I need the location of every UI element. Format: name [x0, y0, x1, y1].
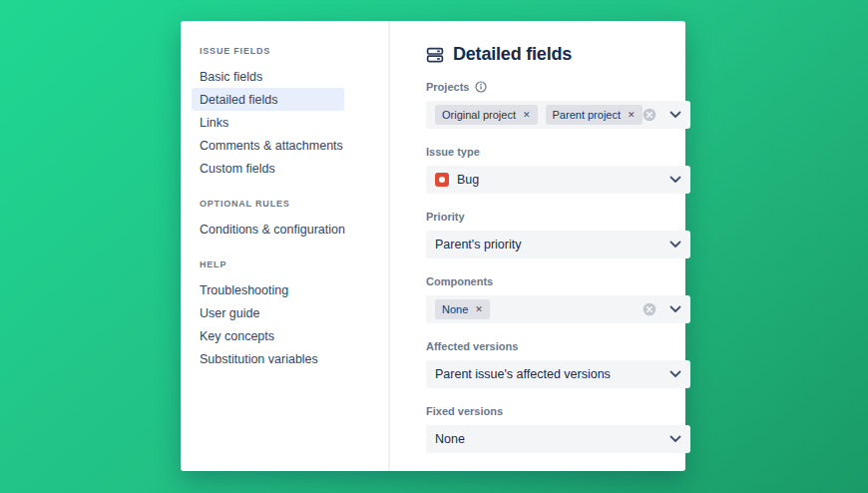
info-icon[interactable] — [475, 81, 487, 93]
field-fixed-versions: Fixed versions None — [426, 405, 690, 453]
field-label-projects: Projects — [426, 81, 690, 93]
select-value-text: None — [435, 432, 465, 446]
issue-type-select[interactable]: Bug — [426, 166, 690, 194]
sidebar-section-header: OPTIONAL RULES — [192, 199, 388, 209]
projects-select[interactable]: Original project ✕ Parent project ✕ — [426, 101, 690, 129]
remove-tag-icon[interactable]: ✕ — [628, 111, 636, 120]
clear-icon[interactable] — [643, 302, 656, 316]
tag-label: Original project — [442, 109, 516, 121]
chevron-down-icon[interactable] — [669, 111, 681, 119]
sidebar-item-custom-fields[interactable]: Custom fields — [192, 157, 344, 180]
field-label-issue-type: Issue type — [426, 146, 690, 158]
select-indicators — [643, 302, 681, 316]
chevron-down-icon[interactable] — [669, 305, 681, 313]
sidebar-item-comments-attachments[interactable]: Comments & attachments — [192, 134, 344, 157]
sidebar-section-issue-fields: ISSUE FIELDS Basic fields Detailed field… — [192, 46, 388, 180]
field-label-affected-versions: Affected versions — [426, 340, 690, 352]
chevron-down-icon[interactable] — [669, 176, 681, 184]
field-label-text: Priority — [426, 211, 465, 223]
field-label-fixed-versions: Fixed versions — [426, 405, 690, 417]
detailed-fields-icon — [426, 46, 444, 64]
field-label-text: Issue type — [426, 146, 480, 158]
select-indicators — [669, 176, 681, 184]
sidebar-item-key-concepts[interactable]: Key concepts — [192, 324, 344, 347]
projects-tags: Original project ✕ Parent project ✕ — [435, 105, 643, 125]
select-indicators — [669, 241, 681, 248]
tag-parent-project: Parent project ✕ — [546, 105, 643, 125]
sidebar-item-detailed-fields[interactable]: Detailed fields — [192, 88, 344, 111]
affected-versions-select[interactable]: Parent issue's affected versions — [426, 360, 690, 388]
sidebar-section-header: ISSUE FIELDS — [192, 46, 388, 56]
fixed-versions-value: None — [435, 432, 669, 446]
field-label-priority: Priority — [426, 211, 690, 223]
sidebar-item-basic-fields[interactable]: Basic fields — [192, 65, 344, 88]
tag-none: None ✕ — [435, 299, 490, 319]
priority-value: Parent's priority — [435, 238, 669, 251]
select-indicators — [669, 370, 681, 378]
sidebar-section-optional-rules: OPTIONAL RULES Conditions & configuratio… — [192, 199, 388, 241]
affected-versions-value: Parent issue's affected versions — [435, 367, 669, 381]
clear-icon[interactable] — [643, 108, 656, 122]
field-priority: Priority Parent's priority — [426, 211, 690, 258]
field-label-components: Components — [426, 275, 690, 287]
select-indicators — [669, 435, 681, 443]
tag-original-project: Original project ✕ — [435, 105, 538, 125]
main-panel: Detailed fields Projects Original projec… — [390, 21, 713, 471]
field-label-text: Affected versions — [426, 340, 518, 352]
components-tags: None ✕ — [435, 299, 643, 319]
chevron-down-icon[interactable] — [669, 435, 681, 443]
chevron-down-icon[interactable] — [669, 370, 681, 378]
sidebar-item-links[interactable]: Links — [192, 111, 344, 134]
remove-tag-icon[interactable]: ✕ — [523, 111, 531, 120]
sidebar-item-conditions-configuration[interactable]: Conditions & configuration — [192, 218, 344, 241]
issue-type-value: Bug — [435, 173, 669, 187]
sidebar-section-header: HELP — [192, 259, 388, 269]
field-affected-versions: Affected versions Parent issue's affecte… — [426, 340, 690, 388]
sidebar-section-help: HELP Troubleshooting User guide Key conc… — [192, 259, 388, 370]
settings-card: ISSUE FIELDS Basic fields Detailed field… — [181, 21, 685, 471]
components-select[interactable]: None ✕ — [426, 295, 690, 323]
field-components: Components None ✕ — [426, 275, 690, 323]
select-value-text: Bug — [457, 173, 479, 187]
bug-icon — [435, 173, 449, 187]
fixed-versions-select[interactable]: None — [426, 425, 690, 453]
tag-label: Parent project — [553, 109, 621, 121]
page-title-row: Detailed fields — [426, 44, 690, 65]
sidebar-item-user-guide[interactable]: User guide — [192, 301, 344, 324]
tag-label: None — [442, 303, 468, 315]
field-issue-type: Issue type Bug — [426, 146, 690, 194]
chevron-down-icon[interactable] — [669, 241, 681, 248]
priority-select[interactable]: Parent's priority — [426, 231, 690, 258]
sidebar-item-troubleshooting[interactable]: Troubleshooting — [192, 278, 344, 301]
select-value-text: Parent issue's affected versions — [435, 367, 611, 381]
select-value-text: Parent's priority — [435, 238, 521, 251]
sidebar: ISSUE FIELDS Basic fields Detailed field… — [181, 21, 390, 471]
field-label-text: Fixed versions — [426, 405, 503, 417]
field-projects: Projects Original project ✕ P — [426, 81, 690, 129]
select-indicators — [643, 108, 681, 122]
sidebar-item-substitution-variables[interactable]: Substitution variables — [192, 347, 344, 370]
page-title: Detailed fields — [453, 44, 572, 65]
remove-tag-icon[interactable]: ✕ — [475, 305, 483, 314]
field-label-text: Components — [426, 275, 493, 287]
field-label-text: Projects — [426, 81, 469, 93]
